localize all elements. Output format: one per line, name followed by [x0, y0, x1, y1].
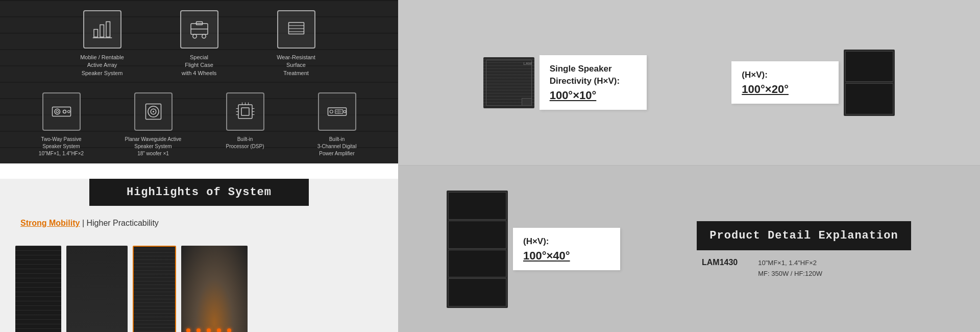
svg-rect-0	[94, 30, 98, 37]
surface-treatment-icon	[285, 18, 308, 41]
svg-point-21	[153, 111, 154, 112]
icon-item-mobile: Moblie / Rentable Active Array Speaker S…	[69, 10, 135, 77]
svg-point-15	[56, 110, 59, 113]
specs-line1: 10"MF×1, 1.4"HF×2	[758, 259, 817, 267]
amplifier-icon-box	[318, 92, 356, 131]
svg-rect-23	[241, 108, 249, 115]
product-detail-content: LAM1430 10"MF×1, 1.4"HF×2 MF: 350W / HF:…	[676, 250, 932, 287]
icon-label-flightcase: Special Flight Case with 4 Wheels	[182, 54, 216, 77]
single-speaker-value: 100°×10°	[550, 89, 636, 102]
product-detail-title: Product Detail Explanation	[709, 229, 898, 242]
double-speaker-info-box: (H×V): 100°×20°	[731, 61, 839, 104]
svg-point-16	[63, 110, 66, 113]
icon-label-amplifier: Built-in 3-Channel Digital Power Amplifi…	[317, 136, 357, 157]
two-way-speaker-icon-box	[42, 92, 81, 131]
product-model-name: LAM1430	[702, 258, 738, 279]
spk-unit-top	[845, 51, 893, 82]
planar-waveguide-icon-box	[134, 92, 173, 131]
icon-label-surface: Wear-Resistant Surface Treatment	[277, 54, 315, 77]
model-label: LAM1430	[702, 258, 738, 267]
double-speaker-title: (H×V):	[742, 69, 828, 81]
icon-label-planar: Planar Waveguide Active Speaker System 1…	[125, 136, 182, 157]
main-left: Moblie / Rentable Active Array Speaker S…	[0, 0, 398, 332]
svg-point-8	[202, 34, 206, 38]
dsp-icon	[234, 100, 257, 123]
right-top-section: LAM Single SpeakerDirectivity (H×V): 100…	[398, 0, 980, 166]
higher-practicability-text: | Higher Practicability	[80, 219, 158, 227]
quad-speaker-card: (H×V): 100°×40°	[447, 191, 620, 308]
photo-flightcase-unit	[66, 246, 128, 332]
highlights-title-bar: Highlights of System	[89, 179, 309, 206]
double-speaker-value: 100°×20°	[742, 83, 828, 96]
product-photos-row	[0, 241, 398, 332]
planar-waveguide-icon	[142, 100, 165, 123]
svg-rect-9	[288, 22, 304, 34]
svg-point-14	[55, 109, 60, 114]
photo-subwoofer	[15, 246, 61, 332]
quad-unit-4	[448, 278, 506, 306]
icon-item-planar: Planar Waveguide Active Speaker System 1…	[116, 92, 190, 157]
quad-speaker-title: (H×V):	[523, 235, 610, 248]
icon-item-surface: Wear-Resistant Surface Treatment	[263, 10, 329, 77]
flight-case-icon	[188, 18, 211, 41]
top-icons-row: Moblie / Rentable Active Array Speaker S…	[0, 0, 398, 82]
page-wrapper: Moblie / Rentable Active Array Speaker S…	[0, 0, 980, 332]
quad-unit-3	[448, 250, 506, 278]
icon-item-twoway: Two-Way Passive Speaker System 10"MF×1, …	[24, 92, 99, 157]
single-speaker-info-box: Single SpeakerDirectivity (H×V): 100°×10…	[540, 55, 647, 110]
product-specs-text: 10"MF×1, 1.4"HF×2 MF: 350W / HF:120W	[758, 258, 822, 279]
specs-line2: MF: 350W / HF:120W	[758, 270, 822, 277]
highlights-title: Highlights of System	[127, 186, 272, 199]
highlights-subtext: Strong Mobility | Higher Practicability	[0, 206, 398, 241]
icon-item-amplifier: Built-in 3-Channel Digital Power Amplifi…	[300, 92, 374, 157]
icon-label-mobile: Moblie / Rentable Active Array Speaker S…	[80, 54, 124, 77]
dark-top-section: Moblie / Rentable Active Array Speaker S…	[0, 0, 398, 163]
single-speaker-title: Single SpeakerDirectivity (H×V):	[550, 63, 636, 87]
quad-unit-2	[448, 221, 506, 249]
bar-chart-icon	[91, 18, 114, 41]
svg-point-7	[192, 34, 197, 38]
bottom-icons-row: Two-Way Passive Speaker System 10"MF×1, …	[0, 82, 398, 157]
dsp-icon-box	[226, 92, 264, 131]
quad-speaker-info-box: (H×V): 100°×40°	[513, 228, 620, 271]
single-speaker-image: LAM	[483, 57, 534, 108]
svg-rect-1	[100, 25, 104, 37]
icon-label-twoway: Two-Way Passive Speaker System 10"MF×1, …	[39, 136, 84, 157]
flight-case-icon-box	[180, 10, 218, 49]
icon-item-dsp: Built-in Processor (DSP)	[208, 92, 282, 157]
single-speaker-card: LAM Single SpeakerDirectivity (H×V): 100…	[483, 55, 647, 110]
quad-speaker-value: 100°×40°	[523, 249, 610, 263]
main-right: LAM Single SpeakerDirectivity (H×V): 100…	[398, 0, 980, 332]
product-detail-title-bar: Product Detail Explanation	[697, 221, 911, 250]
photo-performance	[181, 246, 248, 332]
icon-label-dsp: Built-in Processor (DSP)	[226, 136, 264, 150]
double-speaker-image	[844, 50, 895, 116]
photo-small-speaker	[133, 246, 176, 332]
quad-unit-1	[448, 192, 506, 220]
two-way-speaker-icon	[50, 100, 73, 123]
strong-mobility-text: Strong Mobility	[20, 219, 80, 227]
right-bottom-section: (H×V): 100°×40° Product Detail Explanati…	[398, 166, 980, 332]
amplifier-icon	[326, 100, 349, 123]
surface-icon-box	[277, 10, 315, 49]
product-detail-section: Product Detail Explanation LAM1430 10"MF…	[676, 211, 932, 287]
icon-item-flightcase: Special Flight Case with 4 Wheels	[166, 10, 232, 77]
double-speaker-card: (H×V): 100°×20°	[731, 50, 895, 116]
spk-unit-bottom	[845, 83, 893, 114]
svg-rect-2	[106, 22, 110, 37]
svg-point-34	[330, 110, 333, 113]
svg-point-41	[344, 110, 346, 113]
quad-speaker-image	[447, 191, 508, 308]
light-bottom-section: Highlights of System Strong Mobility | H…	[0, 179, 398, 332]
bar-chart-icon-box	[83, 10, 121, 49]
svg-point-17	[67, 110, 70, 113]
svg-rect-22	[238, 105, 252, 118]
svg-rect-13	[52, 107, 70, 116]
